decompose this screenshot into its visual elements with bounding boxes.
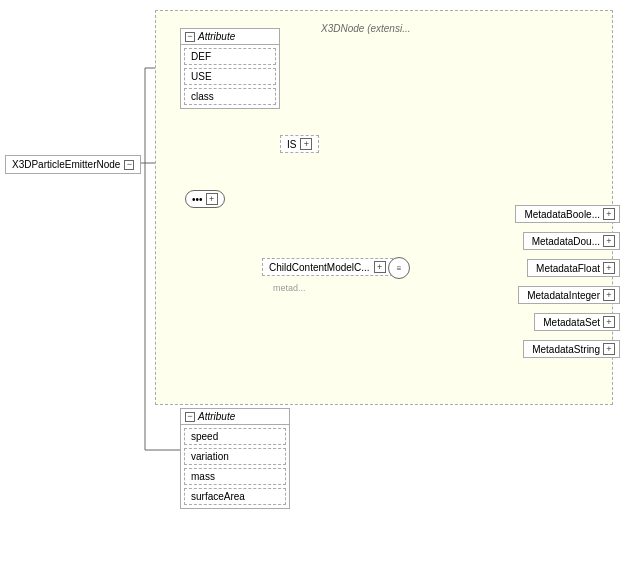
attribute-box-top: − Attribute DEF USE class [180,28,280,109]
metadata-integer-node: MetadataInteger + [518,286,620,304]
attr-speed: speed [184,428,286,445]
attr-class: class [184,88,276,105]
metadata-float-label: MetadataFloat [536,263,600,274]
diagram-container: X3DNode (extensi... X3DParticleEmitterNo… [0,0,628,572]
metadata-set-node: MetadataSet + [534,313,620,331]
metadata-set-plus: + [603,316,615,328]
minus-icon-bottom: − [185,412,195,422]
attr-mass: mass [184,468,286,485]
childcontent-label: ChildContentModelC... [269,262,370,273]
metadata-integer-label: MetadataInteger [527,290,600,301]
metadata-boole-plus: + [603,208,615,220]
metadata-dou-node: MetadataDou... + [523,232,620,250]
is-plus-icon: + [300,138,312,150]
childcontent-plus-icon: + [374,261,386,273]
ellipsis-box: ••• + [185,190,225,208]
metadata-string-label: MetadataString [532,344,600,355]
x3dnode-label: X3DNode (extensi... [321,23,411,34]
metadata-integer-plus: + [603,289,615,301]
metadata-dou-plus: + [603,235,615,247]
ellipsis-label: ••• [192,194,203,205]
emitter-node: X3DParticleEmitterNode − [5,155,141,174]
childcontent-box: ChildContentModelC... + [262,258,393,276]
is-box: IS + [280,135,319,153]
ellipsis-plus-icon: + [206,193,218,205]
emitter-node-label: X3DParticleEmitterNode [12,159,120,170]
metad-label: metad... [273,283,306,293]
minus-icon-top: − [185,32,195,42]
attr-use: USE [184,68,276,85]
emitter-minus-icon: − [124,160,134,170]
metadata-string-plus: + [603,343,615,355]
attr-surfacearea: surfaceArea [184,488,286,505]
attribute-label-bottom: Attribute [198,411,235,422]
metadata-float-plus: + [603,262,615,274]
attr-variation: variation [184,448,286,465]
attribute-header-top: − Attribute [181,29,279,45]
metadata-set-label: MetadataSet [543,317,600,328]
is-label: IS [287,139,296,150]
metadata-float-node: MetadataFloat + [527,259,620,277]
metadata-string-node: MetadataString + [523,340,620,358]
metadata-boole-label: MetadataBoole... [524,209,600,220]
attribute-box-bottom: − Attribute speed variation mass surface… [180,408,290,509]
attribute-header-bottom: − Attribute [181,409,289,425]
filter-box: ≡ [388,257,410,279]
metadata-boole-node: MetadataBoole... + [515,205,620,223]
attr-def: DEF [184,48,276,65]
metadata-dou-label: MetadataDou... [532,236,600,247]
attribute-label-top: Attribute [198,31,235,42]
